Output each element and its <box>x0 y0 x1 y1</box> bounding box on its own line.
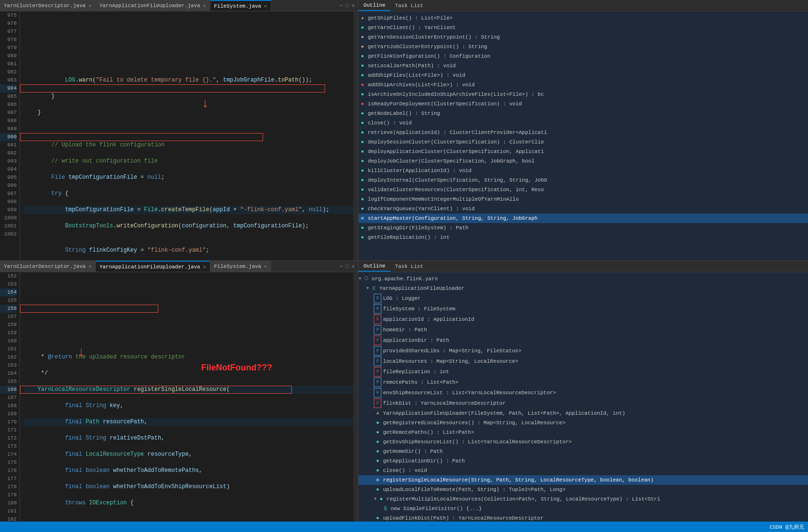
outline-item[interactable]: ●deployApplicationCluster(ClusterSpecifi… <box>358 147 808 156</box>
status-bar: CSDN @九师兄 <box>0 522 808 532</box>
outline-method[interactable]: ●getRemotePaths() : List<Path> <box>358 428 808 437</box>
tab-filesystem[interactable]: FileSystem.java ✕ <box>210 0 271 11</box>
tab-yarn-cluster-descriptor[interactable]: YarnClusterDescriptor.java ✕ <box>0 0 96 11</box>
close-icon[interactable]: ✕ <box>203 3 206 9</box>
outline-item[interactable]: ●getStagingDir(FileSystem) : Path <box>358 223 808 233</box>
close-icon[interactable]: ✕ <box>264 3 267 9</box>
outline-method[interactable]: ●uploadFlinkDist(Path) : YarnLocalResour… <box>358 513 808 522</box>
bottom-tab-bar: YarnClusterDescriptor.java ✕ YarnApplica… <box>0 261 358 272</box>
outline-field[interactable]: FapplicationId : ApplicationId <box>358 314 808 325</box>
tab-bottom-yarn-cluster[interactable]: YarnClusterDescriptor.java ✕ <box>0 261 96 272</box>
outline-method-expandable[interactable]: ▼ ● registerMultipleLocalResources(Colle… <box>358 494 808 504</box>
status-text: CSDN @九师兄 <box>769 523 804 531</box>
outline-item[interactable]: ●addShipFiles(List<File>) : void <box>358 71 808 80</box>
outline-field[interactable]: FfileSystem : FileSystem <box>358 304 808 314</box>
line-numbers-top: 975 976 977 978 979 980 981 982 983 984 … <box>0 11 20 260</box>
task-list-tab-top[interactable]: Task List <box>390 0 428 11</box>
outline-item[interactable]: ▲getShipFiles() : List<File> <box>358 13 808 23</box>
outline-item[interactable]: ●deploySessionCluster(ClusterSpecificati… <box>358 137 808 147</box>
outline-method[interactable]: ●getHomeDir() : Path <box>358 447 808 456</box>
outline-nested-item[interactable]: Q new SimpleFileVisitor() {...} <box>358 504 808 513</box>
outline-field[interactable]: FfileReplication : int <box>358 367 808 377</box>
outline-field[interactable]: FremotePaths : List<Path> <box>358 377 808 388</box>
outline-method[interactable]: ●uploadLocalFileToRemote(Path, String) :… <box>358 485 808 494</box>
outline-method[interactable]: ●getApplicationDir() : Path <box>358 456 808 466</box>
bottom-scrollbar[interactable] <box>353 272 358 522</box>
outline-item[interactable]: ●isReadyForDeployment(ClusterSpecificati… <box>358 99 808 109</box>
outline-method[interactable]: ●getRegisteredLocalResources() : Map<Str… <box>358 418 808 428</box>
outline-item[interactable]: ●addShipArchives(List<File>) : void <box>358 80 808 90</box>
pane-controls: ─ □ ✕ <box>337 2 358 9</box>
top-code-content[interactable]: ↓ LOG.warn("Fail to delete temporary fil… <box>20 11 353 260</box>
bottom-code-content[interactable]: ↓ FileNotFound??? * @return the uploaded… <box>20 272 353 522</box>
outline-class[interactable]: ▼ C YarnApplicationFileUploader <box>358 284 808 293</box>
close-icon[interactable]: ✕ <box>203 264 206 270</box>
bottom-code-editor: 152 153 154 155 156 157 158 159 160 161 … <box>0 272 358 522</box>
line-numbers-bottom: 152 153 154 155 156 157 158 159 160 161 … <box>0 272 20 522</box>
outline-item[interactable]: ●setLocalJarPath(Path) : void <box>358 61 808 71</box>
outline-item[interactable]: ●logIfComponentMemNotIntegerMultipleOfYa… <box>358 194 808 204</box>
close-icon[interactable]: ✕ <box>89 264 92 269</box>
outline-field[interactable]: FlocalResources : Map<String, LocalResou… <box>358 356 808 367</box>
outline-tab-bottom[interactable]: Outline <box>358 261 390 272</box>
bottom-pane-controls: ─ □ ✕ <box>337 263 358 269</box>
outline-item[interactable]: ●killCluster(ApplicationId) : void <box>358 166 808 175</box>
outline-constructor[interactable]: ▲YarnApplicationFileUploader(FileSystem,… <box>358 409 808 418</box>
close-icon[interactable]: ✕ <box>89 3 92 9</box>
outline-item[interactable]: ●deployInternal(ClusterSpecification, St… <box>358 175 808 185</box>
outline-top-content: ▲getShipFiles() : List<File> ●getYarnCli… <box>358 11 808 260</box>
outline-item[interactable]: ●validateClusterResources(ClusterSpecifi… <box>358 185 808 194</box>
outline-field[interactable]: FenvShipResourceList : List<YarnLocalRes… <box>358 388 808 398</box>
outline-item[interactable]: ●getYarnSessionClusterEntrypoint() : Str… <box>358 32 808 42</box>
outline-field[interactable]: FapplicationDir : Path <box>358 335 808 346</box>
outline-item-selected-bottom[interactable]: ■registerSingleLocalResource(String, Pat… <box>358 475 808 485</box>
outline-bottom-content: ▼ ⬡ org.apache.flink.yarn ▼ C YarnApplic… <box>358 272 808 522</box>
tab-bottom-yarn-uploader[interactable]: YarnApplicationFileUploader.java ✕ <box>96 261 210 272</box>
outline-item-selected[interactable]: ■startAppMaster(Configuration, String, S… <box>358 214 808 223</box>
outline-item[interactable]: ●isArchiveOnlyIncludedInShipArchiveFiles… <box>358 90 808 99</box>
outline-item[interactable]: ●retrieve(ApplicationId) : ClusterClient… <box>358 128 808 137</box>
outline-method[interactable]: ●close() : void <box>358 466 808 475</box>
outline-field[interactable]: FprovidedSharedLibs : Map<String, FileSt… <box>358 346 808 356</box>
top-code-editor: 975 976 977 978 979 980 981 982 983 984 … <box>0 11 358 260</box>
top-tab-bar: YarnClusterDescriptor.java ✕ YarnApplica… <box>0 0 358 11</box>
outline-field[interactable]: FLOG : Logger <box>358 293 808 304</box>
outline-item[interactable]: ●getFlinkConfiguration() : Configuration <box>358 51 808 61</box>
outline-item[interactable]: ●getYarnJobClusterEntrypoint() : String <box>358 42 808 51</box>
outline-item[interactable]: ●getNodeLabel() : String <box>358 109 808 118</box>
close-icon[interactable]: ✕ <box>264 264 267 269</box>
outline-item[interactable]: ●getFileReplication() : int <box>358 233 808 242</box>
outline-item[interactable]: ●checkYarnQueues(YarnClient) : void <box>358 204 808 214</box>
outline-field[interactable]: FhomeDir : Path <box>358 325 808 335</box>
top-scrollbar[interactable] <box>353 11 358 260</box>
outline-item[interactable]: ●getYarnClient() : YarnClient <box>358 23 808 32</box>
task-list-tab-bottom[interactable]: Task List <box>390 261 428 272</box>
outline-item[interactable]: ●deployJobCluster(ClusterSpecification, … <box>358 156 808 166</box>
outline-package[interactable]: ▼ ⬡ org.apache.flink.yarn <box>358 274 808 284</box>
tab-bottom-filesystem[interactable]: FileSystem.java ✕ <box>210 261 271 272</box>
outline-top-tab-bar: Outline Task List <box>358 0 808 11</box>
outline-method[interactable]: ●getEnvShipResourceList() : List<YarnLoc… <box>358 437 808 447</box>
outline-item[interactable]: ●close() : void <box>358 118 808 128</box>
outline-field[interactable]: FflinkDist : YarnLocalResourceDescriptor <box>358 398 808 409</box>
tab-yarn-app-uploader[interactable]: YarnApplicationFileUploader.java ✕ <box>96 0 210 11</box>
outline-bottom-tab-bar: Outline Task List <box>358 261 808 272</box>
outline-tab-top[interactable]: Outline <box>358 0 390 11</box>
